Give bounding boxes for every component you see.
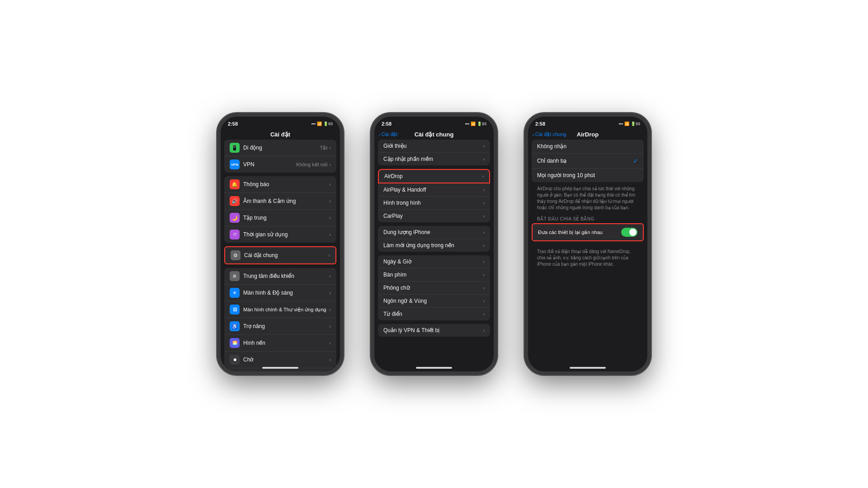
- home-indicator: [262, 367, 298, 369]
- item-label: Làm mới ứng dụng trong nền: [383, 242, 454, 249]
- airdrop-description: AirDrop cho phép bạn chia sẻ tức thời vớ…: [532, 184, 644, 215]
- phone-2: 2:58 ▪▪▪ 📶 🔋93 ‹ Cài đặt Cài đặt chung: [371, 113, 497, 375]
- back-chevron-icon: ‹: [533, 132, 534, 137]
- chevron-icon: ›: [483, 285, 485, 291]
- chevron-icon: ›: [483, 187, 485, 192]
- chevron-icon: ›: [483, 213, 485, 219]
- airdrop-item[interactable]: AirDrop ›: [378, 169, 490, 183]
- item-left: 📱 Di động: [230, 143, 262, 153]
- item-left: 🔔 Thông báo: [230, 179, 269, 189]
- list-item[interactable]: ⏱ Thời gian sử dụng ›: [224, 226, 336, 243]
- list-item[interactable]: 🔍 Siri & Tìm kiếm ›: [224, 368, 336, 371]
- item-right: Không kết nối ›: [296, 162, 331, 168]
- chevron-icon: ›: [329, 340, 331, 346]
- chevron-icon: ›: [329, 273, 331, 279]
- list-item[interactable]: 🌙 Tập trung ›: [224, 210, 336, 226]
- back-button-3[interactable]: ‹ Cài đặt chung: [533, 131, 566, 137]
- namedrop-toggle[interactable]: [621, 228, 637, 237]
- item-label: Cài đặt chung: [244, 252, 278, 258]
- airdrop-option-none[interactable]: Không nhận: [532, 140, 644, 154]
- page-title-1: Cài đặt: [270, 131, 290, 138]
- list-item[interactable]: AirPlay & Handoff ›: [378, 183, 490, 197]
- list-item[interactable]: Từ điển ›: [378, 308, 490, 320]
- back-label-2: Cài đặt: [382, 131, 398, 137]
- back-chevron-icon: ‹: [379, 132, 381, 137]
- item-left: 🌙 Tập trung: [230, 213, 267, 223]
- item-right: ›: [329, 182, 331, 187]
- accessibility-icon: ♿: [230, 321, 240, 331]
- back-button-2[interactable]: ‹ Cài đặt: [379, 131, 397, 137]
- notification-icon: 🔔: [230, 179, 240, 189]
- airdrop-option-contacts[interactable]: Chỉ danh bạ ✓: [532, 154, 644, 169]
- list-item[interactable]: Quản lý VPN & Thiết bị ›: [378, 324, 490, 337]
- list-item[interactable]: Hình trong hình ›: [378, 197, 490, 210]
- item-value: Không kết nối: [296, 162, 327, 168]
- home-indicator: [570, 367, 606, 369]
- list-item[interactable]: ☀ Màn hình & Độ sáng ›: [224, 285, 336, 301]
- list-item[interactable]: ♿ Trợ năng ›: [224, 318, 336, 335]
- list-item[interactable]: Giới thiệu ›: [378, 140, 490, 153]
- list-item[interactable]: Bàn phím ›: [378, 268, 490, 282]
- item-label: Giới thiệu: [383, 143, 406, 149]
- nav-bar-2: ‹ Cài đặt Cài đặt chung: [374, 129, 494, 140]
- phone-1-screen: 2:58 ▪▪▪ 📶 🔋93 Cài đặt 📱 Di: [221, 117, 340, 371]
- list-item[interactable]: ⏺ Chờ ›: [224, 352, 336, 368]
- general-icon: ⚙: [231, 250, 241, 260]
- list-item[interactable]: Cập nhật phần mềm ›: [378, 153, 490, 165]
- page-title-3: AirDrop: [577, 131, 599, 138]
- screentime-icon: ⏱: [230, 230, 240, 239]
- item-label: Tập trung: [243, 215, 267, 221]
- chevron-icon: ›: [329, 324, 331, 329]
- item-right: ›: [329, 290, 331, 296]
- item-right: Tắt ›: [320, 145, 331, 151]
- airdrop-option-everyone[interactable]: Mọi người trong 10 phút: [532, 169, 644, 182]
- focus-icon: 🌙: [230, 213, 240, 223]
- chevron-icon: ›: [483, 272, 485, 277]
- list-item[interactable]: VPN VPN Không kết nối ›: [224, 156, 336, 173]
- item-right: ›: [329, 324, 331, 329]
- chevron-icon: ›: [328, 253, 330, 258]
- group-storage: Dung lượng iPhone › Làm mới ứng dụng tro…: [378, 226, 490, 252]
- namedrop-description: Trao đổi số điện thoại dễ dàng với NameD…: [532, 247, 644, 271]
- group-general: ⚙ Cài đặt chung ›: [224, 246, 336, 264]
- list-item[interactable]: Ngôn ngữ & Vùng ›: [378, 295, 490, 308]
- item-left: ⚙ Cài đặt chung: [231, 250, 278, 260]
- item-left: ⏺ Chờ: [230, 355, 253, 365]
- control-icon: ⊞: [230, 271, 240, 281]
- status-bar-1: 2:58 ▪▪▪ 📶 🔋93: [221, 117, 340, 129]
- chevron-icon: ›: [329, 232, 331, 237]
- mobile-icon: 📱: [230, 143, 240, 153]
- list-item[interactable]: 🔊 Âm thanh & Cảm ứng ›: [224, 193, 336, 210]
- list-item[interactable]: Làm mới ứng dụng trong nền ›: [378, 239, 490, 252]
- group-more: ⊞ Trung tâm điều khiển › ☀ Màn hình & Độ…: [224, 268, 336, 371]
- item-right: ›: [329, 340, 331, 346]
- wifi-icon: 📶: [317, 122, 322, 126]
- list-item[interactable]: 🔔 Thông báo ›: [224, 176, 336, 193]
- phone-3: 2:58 ▪▪▪ 📶 🔋93 ‹ Cài đặt chung AirDrop: [524, 113, 651, 375]
- chevron-icon: ›: [483, 259, 485, 264]
- item-label: Âm thanh & Cảm ứng: [243, 198, 296, 204]
- chevron-icon: ›: [483, 200, 485, 206]
- page-title-2: Cài đặt chung: [415, 131, 454, 138]
- chevron-icon: ›: [483, 243, 485, 248]
- item-value: Tắt: [320, 145, 328, 151]
- item-left: VPN VPN: [230, 160, 255, 169]
- list-item[interactable]: ⊞ Trung tâm điều khiển ›: [224, 268, 336, 285]
- item-label: Bàn phím: [383, 272, 406, 278]
- list-item[interactable]: Ngày & Giờ ›: [378, 255, 490, 268]
- battery-icon: 🔋93: [477, 122, 486, 126]
- list-item[interactable]: CarPlay ›: [378, 210, 490, 222]
- list-item[interactable]: Phông chữ ›: [378, 282, 490, 295]
- signal-icon: ▪▪▪: [311, 122, 316, 126]
- item-left: ⏱ Thời gian sử dụng: [230, 230, 288, 239]
- list-item[interactable]: 🌅 Hình nền ›: [224, 335, 336, 352]
- list-item[interactable]: 📱 Di động Tắt ›: [224, 140, 336, 156]
- namedrop-toggle-item[interactable]: Đưa các thiết bị lại gần nhau: [532, 223, 644, 241]
- general-settings-item[interactable]: ⚙ Cài đặt chung ›: [224, 246, 336, 264]
- status-bar-3: 2:58 ▪▪▪ 📶 🔋93: [528, 117, 647, 129]
- item-label: Màn hình & Độ sáng: [243, 290, 293, 296]
- display-icon: ☀: [230, 288, 240, 298]
- list-item[interactable]: 🖼 Màn hình chính & Thư viện ứng dụng ›: [224, 301, 336, 318]
- group-airdrop: AirDrop › AirPlay & Handoff › Hình trong…: [378, 169, 490, 222]
- list-item[interactable]: Dung lượng iPhone ›: [378, 226, 490, 239]
